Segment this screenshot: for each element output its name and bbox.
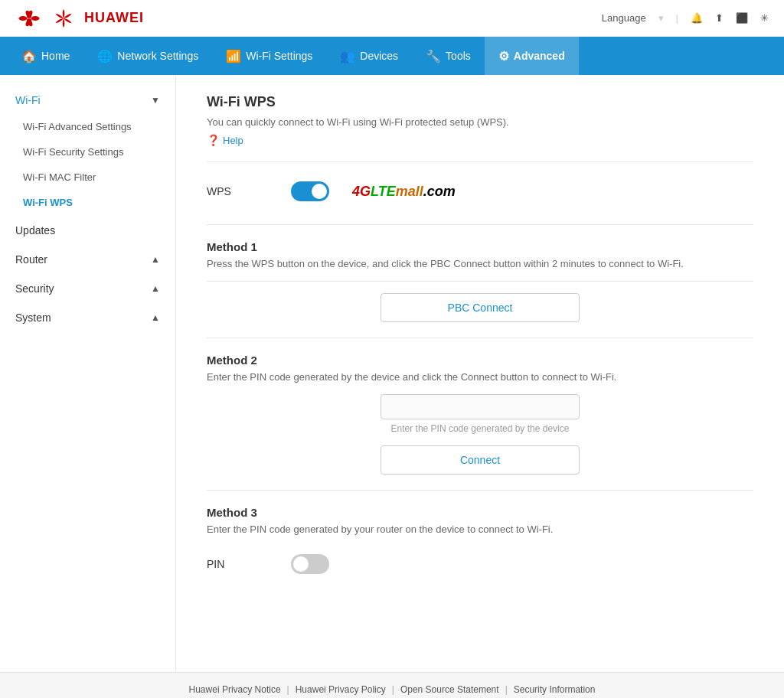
top-bar: HUAWEI Language ▾ | 🔔 ⬆ ⬛ ✳: [0, 0, 784, 37]
method3-desc: Enter the PIN code generated by your rou…: [207, 524, 753, 535]
connect-button[interactable]: Connect: [381, 445, 580, 475]
sidebar-item-wifi-advanced[interactable]: Wi-Fi Advanced Settings: [0, 114, 175, 139]
footer-security-info[interactable]: Security Information: [514, 684, 596, 695]
svg-point-3: [31, 16, 40, 21]
nav-advanced[interactable]: ⚙ Advanced: [485, 37, 579, 75]
tools-icon: 🔧: [426, 49, 441, 64]
nav-home[interactable]: 🏠 Home: [8, 37, 83, 75]
nav-wifi-settings[interactable]: 📶 Wi-Fi Settings: [212, 37, 326, 75]
footer-div-1: |: [287, 684, 289, 695]
brand-name: HUAWEI: [84, 10, 144, 26]
wifi-group-arrow: ▼: [151, 95, 160, 106]
pin-toggle[interactable]: [291, 554, 329, 574]
system-group-arrow: ▲: [151, 312, 160, 323]
help-link[interactable]: ❓ Help: [207, 134, 753, 146]
pin-toggle-slider: [291, 554, 329, 574]
method2-title: Method 2: [207, 354, 753, 367]
top-right-controls: Language ▾ | 🔔 ⬆ ⬛ ✳: [602, 12, 769, 24]
svg-point-2: [19, 16, 28, 21]
sidebar-item-wifi-security[interactable]: Wi-Fi Security Settings: [0, 139, 175, 165]
method1-desc: Press the WPS button on the device, and …: [207, 258, 753, 269]
nav-devices-label: Devices: [360, 50, 398, 62]
main-layout: Wi-Fi ▼ Wi-Fi Advanced Settings Wi-Fi Se…: [0, 75, 784, 672]
sidebar-security-label: Security: [15, 282, 54, 295]
divider-method1: [207, 281, 753, 282]
footer-line-1: Huawei Privacy Notice | Huawei Privacy P…: [15, 684, 769, 695]
divider-4: [207, 490, 753, 491]
sidebar-router-label: Router: [15, 253, 47, 266]
divider-2: [207, 224, 753, 225]
wps-label: WPS: [207, 185, 268, 197]
divider-1: [207, 161, 753, 162]
nav-home-label: Home: [41, 50, 70, 62]
sidebar-group-wifi: Wi-Fi ▼ Wi-Fi Advanced Settings Wi-Fi Se…: [0, 86, 175, 215]
security-group-arrow: ▲: [151, 283, 160, 294]
top-divider: |: [676, 12, 678, 24]
help-label: Help: [223, 135, 243, 146]
sidebar-item-wifi-wps[interactable]: Wi-Fi WPS: [0, 190, 175, 215]
network-icon: 🌐: [97, 49, 113, 64]
sidebar-updates-label: Updates: [15, 224, 55, 236]
sidebar-group-system: System ▲: [0, 304, 175, 331]
watermark-com: .com: [423, 184, 456, 199]
sidebar-group-router-header[interactable]: Router ▲: [0, 246, 175, 273]
nav-tools-label: Tools: [446, 50, 471, 62]
huawei-flower-icon: [49, 7, 78, 30]
watermark-lte: LTE: [371, 184, 396, 199]
footer-div-2: |: [392, 684, 394, 695]
watermark-logo: 4GLTEmall.com: [352, 184, 456, 200]
sidebar-group-updates-header[interactable]: Updates: [0, 217, 175, 244]
page-description: You can quickly connect to Wi-Fi using W…: [207, 116, 753, 128]
sidebar-system-label: System: [15, 311, 51, 324]
sidebar-group-system-header[interactable]: System ▲: [0, 304, 175, 331]
upload-icon[interactable]: ⬆: [715, 12, 724, 24]
method1-title: Method 1: [207, 240, 753, 253]
divider-3: [207, 338, 753, 338]
wps-toggle-row: WPS 4GLTEmall.com: [207, 174, 753, 209]
pin-label: PIN: [207, 558, 268, 570]
sidebar: Wi-Fi ▼ Wi-Fi Advanced Settings Wi-Fi Se…: [0, 75, 176, 672]
sidebar-item-wifi-mac[interactable]: Wi-Fi MAC Filter: [0, 165, 175, 190]
wps-toggle-slider: [291, 181, 329, 201]
wifi-icon: 📶: [226, 49, 241, 64]
pin-toggle-row: PIN: [207, 546, 753, 582]
huawei-logo-icon: [15, 8, 43, 29]
router-group-arrow: ▲: [151, 254, 160, 265]
footer-open-source[interactable]: Open Source Statement: [400, 684, 499, 695]
settings-icon[interactable]: ✳: [760, 12, 769, 24]
sidebar-group-wifi-header[interactable]: Wi-Fi ▼: [0, 86, 175, 114]
watermark-4g: 4G: [352, 184, 371, 199]
sidebar-wifi-label: Wi-Fi: [15, 94, 41, 106]
footer: Huawei Privacy Notice | Huawei Privacy P…: [0, 672, 784, 698]
main-content: Wi-Fi WPS You can quickly connect to Wi-…: [176, 75, 784, 672]
devices-icon: 👥: [340, 49, 355, 64]
advanced-icon: ⚙: [498, 49, 509, 64]
language-selector[interactable]: Language: [602, 12, 646, 24]
pbc-connect-button[interactable]: PBC Connect: [381, 293, 580, 322]
nav-bar: 🏠 Home 🌐 Network Settings 📶 Wi-Fi Settin…: [0, 37, 784, 75]
footer-privacy-notice[interactable]: Huawei Privacy Notice: [189, 684, 281, 695]
nav-tools[interactable]: 🔧 Tools: [412, 37, 485, 75]
pin-input-hint: Enter the PIN code generated by the devi…: [391, 423, 570, 434]
nav-devices[interactable]: 👥 Devices: [326, 37, 412, 75]
logout-icon[interactable]: ⬛: [736, 12, 748, 24]
method1-section: Method 1 Press the WPS button on the dev…: [207, 240, 753, 322]
logo: HUAWEI: [15, 7, 144, 30]
nav-wifi-label: Wi-Fi Settings: [246, 50, 312, 62]
nav-advanced-label: Advanced: [514, 50, 565, 62]
nav-network-label: Network Settings: [117, 50, 198, 62]
question-icon: ❓: [207, 134, 220, 146]
notification-icon[interactable]: 🔔: [691, 12, 703, 24]
nav-network-settings[interactable]: 🌐 Network Settings: [83, 37, 212, 75]
sidebar-wifi-subitems: Wi-Fi Advanced Settings Wi-Fi Security S…: [0, 114, 175, 215]
footer-privacy-policy[interactable]: Huawei Privacy Policy: [296, 684, 386, 695]
home-icon: 🏠: [21, 49, 37, 64]
sidebar-group-security-header[interactable]: Security ▲: [0, 275, 175, 302]
wps-toggle[interactable]: [291, 181, 329, 201]
pin-code-input[interactable]: [381, 394, 580, 419]
watermark-mall: mall: [396, 184, 423, 199]
sidebar-group-updates: Updates: [0, 217, 175, 244]
method2-desc: Enter the PIN code generated by the devi…: [207, 371, 753, 383]
method3-section: Method 3 Enter the PIN code generated by…: [207, 506, 753, 582]
page-title: Wi-Fi WPS: [207, 94, 753, 110]
